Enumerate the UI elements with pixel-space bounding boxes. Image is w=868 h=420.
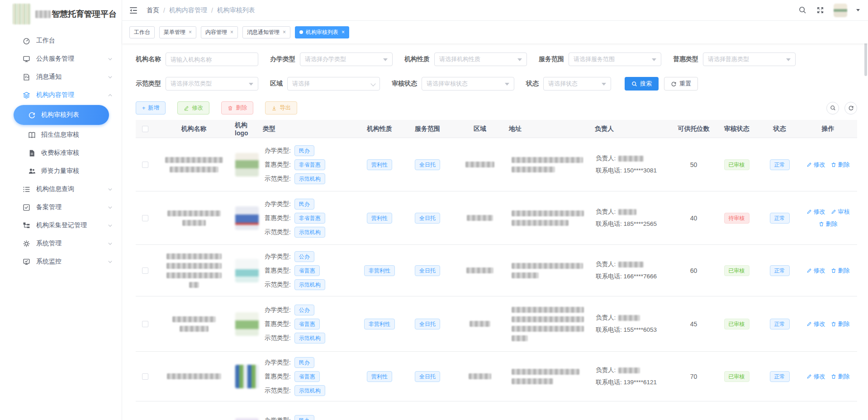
edit-link[interactable]: 修改 — [806, 208, 825, 216]
row-checkbox[interactable] — [142, 373, 148, 380]
redacted-org-name — [166, 272, 222, 278]
close-icon[interactable]: × — [342, 29, 345, 35]
edit-link[interactable]: 修改 — [806, 267, 825, 275]
edit-link[interactable]: 修改 — [806, 320, 825, 328]
refresh-icon — [848, 105, 854, 111]
edit-link[interactable]: 修改 — [806, 161, 825, 169]
sidebar-item-workbench[interactable]: 工作台 — [0, 32, 122, 50]
fullscreen-icon[interactable] — [816, 6, 825, 14]
tab-message-notice-management[interactable]: 消息通知管理× — [242, 26, 290, 38]
school-type-select[interactable]: 请选择办学类型 — [300, 52, 393, 66]
sidebar-item-public-service[interactable]: 公共服务管理 — [0, 50, 122, 68]
demo-type-tag: 示范机构 — [294, 173, 325, 184]
table-row: 办学类型:公办 普惠类型:省普惠 示范类型:示范机构 非营利性 全日托 负责人:… — [136, 296, 857, 352]
redacted-org-name — [170, 167, 218, 172]
service-scope-select[interactable]: 请选择服务范围 — [569, 52, 661, 66]
status-select[interactable]: 请选择状态 — [543, 77, 611, 91]
sidebar-item-org-content[interactable]: 机构内容管理 — [0, 86, 122, 104]
benefit-type-select[interactable]: 请选择普惠类型 — [703, 52, 796, 66]
sidebar-item-monitor[interactable]: 系统监控 — [0, 253, 122, 271]
delete-link[interactable]: 删除 — [819, 220, 838, 228]
sidebar-item-system[interactable]: 系统管理 — [0, 234, 122, 253]
row-checkbox[interactable] — [142, 267, 148, 274]
redacted-address — [512, 326, 584, 332]
redacted-address — [512, 369, 579, 375]
service-tag: 全日托 — [415, 265, 440, 276]
tab-content-management[interactable]: 内容管理× — [201, 26, 238, 38]
tab-workbench[interactable]: 工作台 — [129, 26, 155, 38]
breadcrumb-org-content[interactable]: 机构内容管理 — [169, 6, 207, 14]
page-content: 机构名称 办学类型 请选择办学类型 机构性质 请选择机构性质 服务范围 请选择服… — [122, 43, 868, 420]
demo-type-select[interactable]: 请选择示范类型 — [166, 77, 258, 91]
select-caret-icon — [249, 83, 253, 88]
row-checkbox[interactable] — [142, 215, 148, 221]
redacted-address — [512, 157, 583, 163]
export-button[interactable]: 导出 — [265, 101, 297, 115]
contact-phone: 联系电话: 166****7666 — [596, 272, 657, 281]
sidebar-item-enrollment-audit[interactable]: 招生信息审核 — [0, 126, 122, 144]
col-capacity: 可供托位数 — [674, 125, 713, 133]
col-actions: 操作 — [799, 125, 857, 133]
pencil-icon — [806, 374, 812, 379]
search-icon[interactable] — [798, 6, 807, 14]
audit-status-select[interactable]: 请选择审核状态 — [422, 77, 514, 91]
active-dot — [299, 30, 303, 34]
close-icon[interactable]: × — [230, 29, 233, 35]
select-caret-icon — [786, 58, 791, 63]
app-title: 智慧托育管理平台 — [35, 9, 117, 19]
reset-button[interactable]: 重置 — [664, 77, 698, 91]
people-icon — [28, 167, 36, 175]
breadcrumb: 首页 / 机构内容管理 / 机构审核列表 — [147, 6, 255, 14]
top-header: 首页 / 机构内容管理 / 机构审核列表 — [122, 0, 868, 21]
delete-button[interactable]: 删除 — [221, 101, 253, 115]
school-type-tag: 民办 — [294, 145, 314, 156]
layers-icon — [23, 91, 30, 99]
org-name-input[interactable] — [166, 52, 258, 66]
delete-link[interactable]: 删除 — [831, 320, 850, 328]
sidebar-item-org-collection[interactable]: 机构采集登记管理 — [0, 216, 122, 234]
redacted-address — [512, 307, 584, 313]
org-logo — [235, 312, 259, 336]
refresh-table-button[interactable] — [844, 102, 857, 115]
school-type-tag: 民办 — [294, 199, 314, 210]
add-button[interactable]: +新增 — [136, 101, 166, 115]
edit-link[interactable]: 修改 — [806, 372, 825, 381]
breadcrumb-home[interactable]: 首页 — [147, 6, 159, 14]
nature-tag: 营利性 — [367, 159, 392, 170]
sidebar-item-message-notice[interactable]: 消息通知 — [0, 68, 122, 86]
trash-icon — [831, 268, 836, 273]
app-window: 智慧托育管理平台 工作台 公共服务管理 消息通知 机构内容管理 — [0, 0, 868, 420]
sidebar-item-org-audit-list[interactable]: 机构审核列表 — [14, 105, 109, 125]
region-cascader[interactable]: 请选择 — [287, 77, 380, 91]
sidebar-item-fee-audit[interactable]: 收费标准审核 — [0, 144, 122, 162]
sidebar-item-org-info-query[interactable]: 机构信息查询 — [0, 180, 122, 198]
delete-link[interactable]: 删除 — [831, 372, 850, 381]
breadcrumb-current: 机构审核列表 — [217, 6, 255, 14]
toggle-search-button[interactable] — [826, 102, 839, 115]
user-menu-caret-icon[interactable] — [856, 9, 860, 13]
delete-link[interactable]: 删除 — [831, 161, 850, 169]
audit-link[interactable]: 审核 — [831, 208, 850, 216]
edit-button[interactable]: 修改 — [177, 101, 209, 115]
sidebar-item-teacher-audit[interactable]: 师资力量审核 — [0, 162, 122, 180]
close-icon[interactable]: × — [283, 29, 286, 35]
close-icon[interactable]: × — [189, 29, 192, 35]
redacted-leader-name — [618, 368, 640, 373]
download-icon — [271, 105, 277, 111]
select-all-checkbox[interactable] — [142, 126, 148, 132]
table-row: 办学类型:民办 普惠类型:非省普惠 营利性 全日托 大塘区 负责人: 90 已审… — [136, 401, 857, 420]
row-checkbox[interactable] — [142, 321, 148, 327]
row-checkbox[interactable] — [142, 162, 148, 168]
tab-menu-management[interactable]: 菜单管理× — [159, 26, 196, 38]
sidebar-item-filing[interactable]: 备案管理 — [0, 198, 122, 216]
search-button[interactable]: 搜索 — [625, 77, 659, 91]
redacted-address — [512, 335, 528, 341]
demo-type-tag: 示范机构 — [294, 279, 325, 290]
collapse-sidebar-icon[interactable] — [128, 5, 138, 15]
avatar[interactable] — [834, 4, 847, 17]
tab-org-audit-list[interactable]: 机构审核列表× — [295, 26, 349, 38]
table-row: 办学类型:民办 普惠类型:省普惠 示范类型:示范机构 营利性 全日托 负责人: … — [136, 352, 857, 401]
org-nature-select[interactable]: 请选择机构性质 — [434, 52, 527, 66]
delete-link[interactable]: 删除 — [831, 267, 850, 275]
status-badge: 正常 — [770, 265, 790, 276]
